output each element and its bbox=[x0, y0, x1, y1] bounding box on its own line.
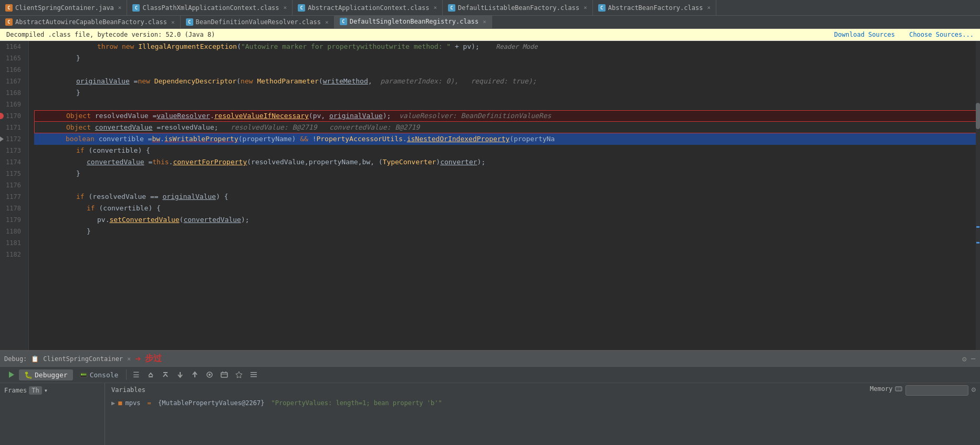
tab-close-bean-def-resolver[interactable]: × bbox=[325, 19, 329, 26]
breakpoint-1170[interactable] bbox=[0, 113, 4, 119]
step-up-button[interactable] bbox=[144, 368, 158, 381]
memory-button[interactable]: Memory bbox=[870, 385, 902, 393]
line-num-1164: 1164 bbox=[0, 41, 24, 52]
code-line-1178: if (convertible) { bbox=[34, 203, 980, 214]
tab-abstract-app[interactable]: C AbstractApplicationContext.class × bbox=[293, 0, 443, 15]
toolbar-separator bbox=[126, 369, 127, 380]
code-line-1164: throw new IllegalArgumentException("Auto… bbox=[34, 41, 980, 52]
tab-close-abstract-app[interactable]: × bbox=[433, 4, 437, 11]
frames-label: Frames bbox=[4, 387, 27, 394]
debugger-tab[interactable]: 🐛 Debugger bbox=[19, 369, 73, 380]
tab-label-abstract-bean: AbstractBeanFactory.class bbox=[608, 4, 703, 12]
code-line-1166 bbox=[34, 64, 980, 76]
tab-close-abstract-bean[interactable]: × bbox=[707, 4, 711, 11]
debug-content: Frames Th ▾ Variables ▶ ■ mpvs = {Mutabl… bbox=[0, 383, 980, 445]
line-num-1167: 1167 bbox=[0, 76, 24, 87]
line-num-1165: 1165 bbox=[0, 52, 24, 64]
threads-chevron[interactable]: ▾ bbox=[44, 387, 48, 394]
code-line-1165: } bbox=[34, 52, 980, 64]
code-line-1168: } bbox=[34, 87, 980, 99]
tab-label-abstract-autowire: AbstractAutowireCapableBeanFactory.class bbox=[15, 18, 167, 26]
tab-abstract-bean[interactable]: C AbstractBeanFactory.class × bbox=[593, 0, 716, 15]
tab-default-listable[interactable]: C DefaultListableBeanFactory.class × bbox=[443, 0, 593, 15]
tab-close-classpathxml[interactable]: × bbox=[284, 4, 287, 11]
var-expand-arrow[interactable]: ▶ bbox=[111, 398, 115, 408]
settings-gear[interactable]: ⚙ bbox=[972, 385, 976, 394]
tab-icon-abstract-app: C bbox=[298, 4, 305, 12]
line-num-1173: 1173 bbox=[0, 145, 24, 156]
right-controls: Memory ⚙ bbox=[866, 383, 980, 445]
tab-close-abstract-autowire[interactable]: × bbox=[171, 19, 175, 26]
line-num-1177: 1177 bbox=[0, 191, 24, 203]
debug-minimize[interactable]: − bbox=[971, 354, 976, 364]
search-input[interactable] bbox=[905, 385, 968, 396]
vertical-scrollbar[interactable] bbox=[976, 41, 980, 350]
svg-point-6 bbox=[208, 374, 211, 376]
line-num-1178: 1178 bbox=[0, 203, 24, 214]
variables-header: Variables bbox=[109, 385, 861, 395]
debug-settings-gear[interactable]: ⚙ bbox=[962, 355, 966, 363]
step-out-button[interactable] bbox=[188, 368, 202, 381]
tab-client-spring[interactable]: C ClientSpringContainer.java × bbox=[0, 0, 127, 15]
evaluate-button[interactable] bbox=[217, 368, 231, 381]
line-num-1171: 1171 bbox=[0, 122, 24, 133]
tab-close-default-listable[interactable]: × bbox=[583, 4, 587, 11]
line-numbers: 1164 1165 1166 1167 1168 1169 1170 1171 … bbox=[0, 41, 28, 260]
tab-default-singleton[interactable]: C DefaultSingletonBeanRegistry.class × bbox=[335, 16, 492, 28]
tab-classpathxml[interactable]: C ClassPathXmlApplicationContext.class × bbox=[127, 0, 293, 15]
current-line-marker bbox=[0, 136, 4, 142]
code-area[interactable]: throw new IllegalArgumentException("Auto… bbox=[29, 41, 980, 350]
code-line-1174: convertedValue = this.convertForProperty… bbox=[34, 156, 980, 168]
var-name-mpvs: mpvs bbox=[125, 398, 140, 408]
step-label: 步过 bbox=[145, 353, 162, 364]
debug-session-label: ClientSpringContainer bbox=[43, 355, 123, 363]
line-num-1168: 1168 bbox=[0, 87, 24, 99]
tab-icon-bean-def-resolver: C bbox=[186, 18, 193, 26]
var-eq: = bbox=[143, 398, 155, 408]
debugger-tab-icon: 🐛 bbox=[24, 371, 33, 379]
tab-icon-abstract-autowire: C bbox=[5, 18, 13, 26]
scroll-indicator-1 bbox=[976, 226, 979, 228]
svg-rect-13 bbox=[251, 374, 257, 375]
more-options-button[interactable] bbox=[247, 368, 260, 381]
add-watch-button[interactable] bbox=[232, 368, 246, 381]
debug-session-close[interactable]: × bbox=[127, 355, 131, 363]
info-bar: Decompiled .class file, bytecode version… bbox=[0, 29, 980, 41]
variables-label: Variables bbox=[111, 386, 145, 394]
frames-panel: Frames Th ▾ bbox=[0, 383, 105, 445]
tab-bar-row2: C AbstractAutowireCapableBeanFactory.cla… bbox=[0, 16, 980, 29]
line-num-1180: 1180 bbox=[0, 226, 24, 237]
info-bar-text: Decompiled .class file, bytecode version… bbox=[6, 31, 215, 38]
frames-header: Frames Th ▾ bbox=[2, 385, 102, 396]
memory-icon bbox=[895, 385, 902, 393]
line-num-1179: 1179 bbox=[0, 214, 24, 226]
tab-close-client-spring[interactable]: × bbox=[118, 4, 122, 11]
svg-marker-11 bbox=[236, 372, 242, 378]
download-sources-link[interactable]: Download Sources bbox=[834, 31, 895, 38]
tab-bar-row1: C ClientSpringContainer.java × C ClassPa… bbox=[0, 0, 980, 16]
var-type-mpvs: {MutablePropertyValues@2267} bbox=[158, 398, 264, 408]
svg-rect-14 bbox=[251, 376, 257, 377]
step-over-button[interactable] bbox=[159, 368, 172, 381]
code-line-1179: pv.setConvertedValue(convertedValue); bbox=[34, 214, 980, 226]
run-to-cursor-button[interactable] bbox=[203, 368, 216, 381]
reader-mode-button[interactable]: Reader Mode bbox=[496, 41, 537, 52]
tab-abstract-autowire[interactable]: C AbstractAutowireCapableBeanFactory.cla… bbox=[0, 16, 181, 28]
resume-button[interactable] bbox=[4, 368, 18, 381]
step-into-button[interactable] bbox=[173, 368, 187, 381]
step-over-settings[interactable]: ☰ bbox=[129, 368, 143, 381]
code-line-1177: if (resolvedValue == originalValue) { bbox=[34, 191, 980, 203]
tab-close-default-singleton[interactable]: × bbox=[483, 18, 486, 25]
console-tab[interactable]: 📟 Console bbox=[74, 369, 124, 380]
console-tab-icon: 📟 bbox=[79, 371, 88, 379]
gutter: 1164 1165 1166 1167 1168 1169 1170 1171 … bbox=[0, 41, 29, 350]
tab-bean-def-resolver[interactable]: C BeanDefinitionValueResolver.class × bbox=[181, 16, 335, 28]
choose-sources-link[interactable]: Choose Sources... bbox=[909, 31, 974, 38]
tab-label-bean-def-resolver: BeanDefinitionValueResolver.class bbox=[196, 18, 321, 26]
code-line-1175: } bbox=[34, 168, 980, 179]
debug-header: Debug: 📋 ClientSpringContainer × ➜ 步过 ⚙ … bbox=[0, 351, 980, 367]
memory-label: Memory bbox=[870, 385, 892, 393]
code-line-1171: Object convertedValue = resolvedValue; r… bbox=[34, 122, 980, 133]
scrollbar-thumb[interactable] bbox=[976, 103, 980, 129]
scroll-indicator-2 bbox=[976, 242, 979, 243]
